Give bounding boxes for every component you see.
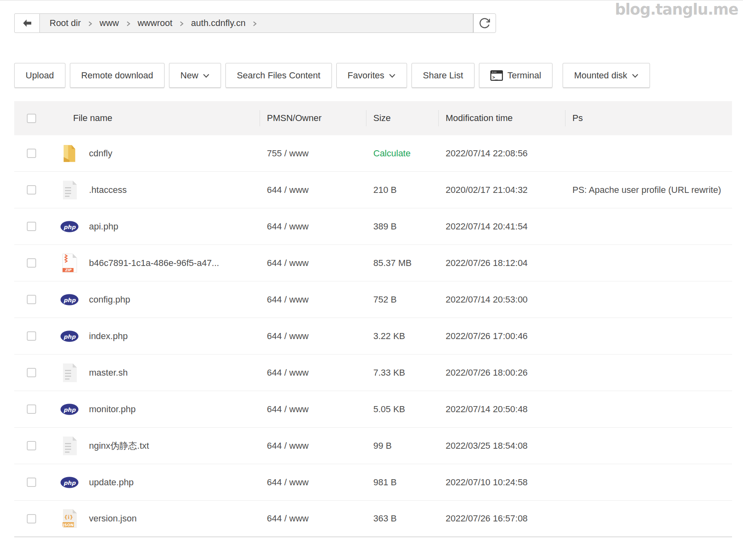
table-row: nginx伪静态.txt 644 / www 99 B 2022/03/25 1… [14, 428, 732, 464]
toolbar-button-upload[interactable]: Upload [14, 63, 65, 88]
breadcrumb: Root dirwwwwwwrootauth.cdnfly.cn [40, 13, 473, 33]
breadcrumb-item[interactable]: auth.cdnfly.cn [191, 18, 245, 28]
zip-file-icon [60, 253, 79, 273]
file-modification-time: 2022/07/26 18:12:04 [438, 258, 565, 268]
text-file-icon [60, 436, 79, 456]
file-size: 389 B [366, 221, 438, 232]
folder-icon [60, 144, 79, 163]
text-file-icon [60, 180, 79, 200]
file-permission-owner: 644 / www [260, 513, 366, 524]
back-button[interactable] [14, 13, 40, 33]
row-checkbox[interactable] [27, 222, 36, 231]
toolbar-button-favorites[interactable]: Favorites [336, 63, 407, 88]
column-header-modification-time: Modification time [438, 113, 565, 123]
terminal-icon: >_ [490, 70, 503, 81]
file-modification-time: 2022/07/14 20:50:48 [438, 404, 565, 415]
file-name[interactable]: nginx伪静态.txt [89, 440, 149, 452]
row-checkbox[interactable] [27, 258, 36, 268]
row-checkbox[interactable] [27, 441, 36, 450]
breadcrumb-item[interactable]: wwwroot [138, 18, 173, 28]
toolbar-button-new[interactable]: New [169, 63, 221, 88]
file-permission-owner: 644 / www [260, 185, 366, 195]
php-file-icon [60, 290, 79, 309]
toolbar-button-mounted-disk[interactable]: Mounted disk [563, 63, 650, 88]
table-row: update.php 644 / www 981 B 2022/07/10 10… [14, 464, 732, 501]
column-header-pmsn-owner: PMSN/Owner [260, 113, 366, 123]
select-all-checkbox[interactable] [27, 114, 36, 123]
php-file-icon [60, 326, 79, 346]
file-modification-time: 2022/07/10 10:24:58 [438, 477, 565, 488]
toolbar-button-search-files-content[interactable]: Search Files Content [225, 63, 331, 88]
table-body: cdnfly 755 / www Calculate 2022/07/14 22… [14, 135, 732, 537]
file-modification-time: 2022/07/14 20:53:00 [438, 294, 565, 305]
table-row: .htaccess 644 / www 210 B 2020/02/17 21:… [14, 172, 732, 208]
chevron-right-icon [88, 21, 93, 27]
toolbar: UploadRemote downloadNewSearch Files Con… [14, 63, 743, 88]
file-name[interactable]: .htaccess [89, 185, 127, 195]
table-row: version.json 644 / www 363 B 2022/07/26 … [14, 501, 732, 537]
back-arrow-icon [22, 18, 33, 28]
row-checkbox[interactable] [27, 185, 36, 195]
row-checkbox[interactable] [27, 404, 36, 414]
file-size: 7.33 KB [366, 368, 438, 378]
table-row: config.php 644 / www 752 B 2022/07/14 20… [14, 281, 732, 318]
table-row: master.sh 644 / www 7.33 KB 2022/07/26 1… [14, 355, 732, 391]
svg-text:>_: >_ [492, 75, 498, 80]
file-name[interactable]: update.php [89, 477, 134, 488]
toolbar-button-label: Terminal [507, 70, 541, 81]
toolbar-button-label: Search Files Content [237, 70, 320, 81]
toolbar-button-label: Share List [423, 70, 463, 81]
file-name[interactable]: monitor.php [89, 404, 136, 415]
table-row: index.php 644 / www 3.22 KB 2022/07/26 1… [14, 318, 732, 355]
breadcrumb-item[interactable]: Root dir [50, 18, 81, 28]
file-modification-time: 2020/02/17 21:04:32 [438, 185, 565, 195]
table-header-row: File name PMSN/Owner Size Modification t… [14, 101, 732, 135]
chevron-right-icon [179, 21, 184, 27]
file-permission-owner: 644 / www [260, 221, 366, 232]
toolbar-button-label: New [180, 70, 198, 81]
toolbar-button-label: Upload [26, 70, 54, 81]
toolbar-button-label: Mounted disk [574, 70, 627, 81]
json-file-icon [60, 509, 79, 528]
file-size: 363 B [366, 513, 438, 524]
toolbar-button-terminal[interactable]: >_Terminal [479, 63, 552, 88]
php-file-icon [60, 473, 79, 492]
file-permission-owner: 644 / www [260, 368, 366, 378]
breadcrumb-item[interactable]: www [100, 18, 119, 28]
file-size: 99 B [366, 441, 438, 451]
table-row: cdnfly 755 / www Calculate 2022/07/14 22… [14, 135, 732, 172]
table-row: api.php 644 / www 389 B 2022/07/14 20:41… [14, 208, 732, 245]
row-checkbox[interactable] [27, 514, 36, 523]
file-name[interactable]: b46c7891-1c1a-486e-96f5-a47... [89, 258, 219, 268]
file-modification-time: 2022/07/14 20:41:54 [438, 221, 565, 232]
chevron-down-icon [389, 74, 396, 78]
file-name[interactable]: version.json [89, 513, 136, 524]
calculate-size-link[interactable]: Calculate [366, 148, 438, 159]
file-name[interactable]: api.php [89, 221, 118, 232]
file-size: 210 B [366, 185, 438, 195]
file-permission-owner: 644 / www [260, 477, 366, 488]
file-name[interactable]: master.sh [89, 368, 128, 378]
row-checkbox[interactable] [27, 149, 36, 158]
file-permission-owner: 644 / www [260, 404, 366, 415]
breadcrumb-bar: Root dirwwwwwwrootauth.cdnfly.cn [14, 13, 496, 33]
file-name[interactable]: index.php [89, 331, 128, 342]
php-file-icon [60, 400, 79, 419]
text-file-icon [60, 363, 79, 383]
file-name[interactable]: cdnfly [89, 148, 112, 159]
file-permission-owner: 644 / www [260, 331, 366, 342]
table-row: monitor.php 644 / www 5.05 KB 2022/07/14… [14, 391, 732, 428]
toolbar-button-share-list[interactable]: Share List [412, 63, 474, 88]
file-permission-owner: 755 / www [260, 148, 366, 159]
row-checkbox[interactable] [27, 331, 36, 341]
refresh-button[interactable] [473, 13, 496, 33]
row-checkbox[interactable] [27, 295, 36, 304]
row-checkbox[interactable] [27, 478, 36, 487]
row-checkbox[interactable] [27, 368, 36, 377]
file-size: 3.22 KB [366, 331, 438, 342]
file-modification-time: 2022/07/14 22:08:56 [438, 148, 565, 159]
toolbar-button-label: Favorites [348, 70, 384, 81]
file-name[interactable]: config.php [89, 294, 130, 305]
file-modification-time: 2022/07/26 17:00:46 [438, 331, 565, 342]
toolbar-button-remote-download[interactable]: Remote download [70, 63, 165, 88]
